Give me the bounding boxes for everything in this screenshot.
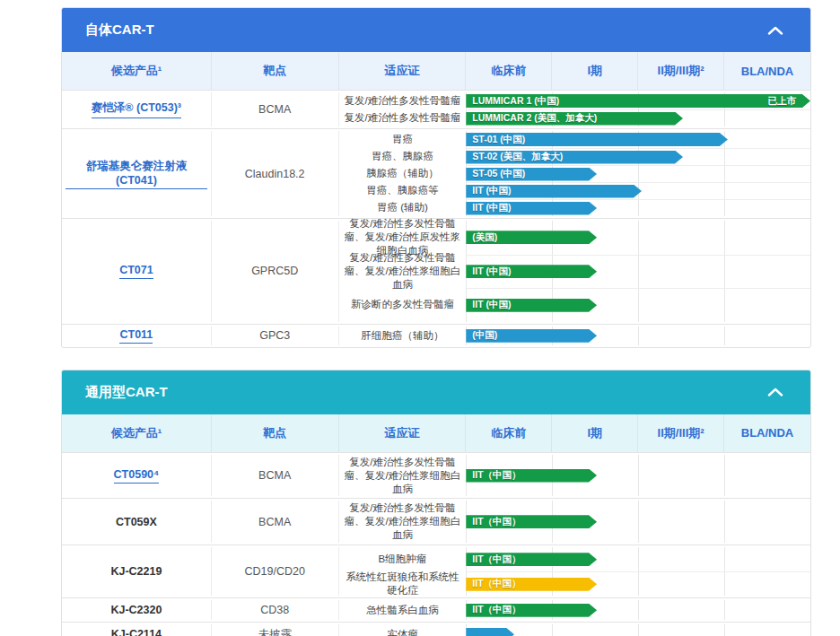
pipeline-page: 自体CAR-T 候选产品¹靶点适应证临床前I期II期/III期²BLA/NDA … bbox=[0, 0, 840, 636]
indication-cell: 复发/难治性多发性骨髓瘤 bbox=[339, 92, 467, 109]
product-name[interactable]: 赛恺泽® (CT053)³ bbox=[92, 100, 181, 118]
target-cell: Claudin18.2 bbox=[212, 131, 339, 216]
product-name[interactable]: CT011 bbox=[119, 328, 153, 344]
indication-entries: 复发/难治性多发性骨髓瘤、复发/难治性浆细胞白血病IIT（中国） bbox=[339, 455, 810, 497]
indication-entry: 复发/难治性多发性骨髓瘤、复发/难治性浆细胞白血病IIT（中国） bbox=[339, 501, 810, 543]
autologous-cart-header[interactable]: 自体CAR-T bbox=[62, 8, 810, 52]
universal-cart-table: 通用型CAR-T 候选产品¹靶点适应证临床前I期II期/III期²BLA/NDA… bbox=[61, 370, 811, 636]
product-cell: KJ-C2320 bbox=[62, 600, 212, 620]
trial-bar-label: ST-05 (中国) bbox=[472, 168, 525, 180]
trial-progress-bar: IIT（中国） bbox=[466, 578, 597, 591]
column-header-7: BLA/NDA bbox=[724, 52, 810, 90]
target-cell: GPRC5D bbox=[212, 221, 339, 322]
pipeline-cell: ST-02 (美国、加拿大) bbox=[466, 148, 810, 165]
target-cell: BCMA bbox=[212, 455, 339, 497]
trial-progress-bar: ST-05 (中国) bbox=[466, 168, 597, 181]
indication-entry: 复发/难治性多发性骨髓瘤、复发/难治性浆细胞白血病IIT (中国) bbox=[339, 255, 810, 289]
autologous-cart-table: 自体CAR-T 候选产品¹靶点适应证临床前I期II期/III期²BLA/NDA … bbox=[61, 7, 811, 348]
trial-bar-label: IIT (中国) bbox=[472, 299, 511, 311]
target-cell: CD19/CD20 bbox=[212, 547, 339, 596]
trial-progress-bar: IIT (中国) bbox=[466, 299, 597, 312]
table-title: 自体CAR-T bbox=[85, 22, 154, 39]
trial-progress-bar bbox=[466, 628, 514, 636]
pipeline-cell: IIT（中国） bbox=[466, 501, 810, 543]
indication-entry: 实体瘤 bbox=[339, 624, 810, 636]
trial-bar-label: ST-02 (美国、加拿大) bbox=[472, 151, 563, 163]
target-cell: CD38 bbox=[212, 600, 339, 620]
column-header-7: BLA/NDA bbox=[724, 414, 810, 452]
indication-entry: 胃癌ST-01 (中国) bbox=[339, 131, 810, 148]
indication-cell: 系统性红斑狼疮和系统性硬化症 bbox=[339, 571, 467, 596]
trial-progress-bar: ST-02 (美国、加拿大) bbox=[466, 151, 683, 164]
trial-progress-bar: LUMMICAR 1 (中国)已上市 bbox=[466, 94, 810, 108]
column-header-row: 候选产品¹靶点适应证临床前I期II期/III期²BLA/NDA bbox=[62, 52, 810, 90]
product-cell: CT0590⁴ bbox=[62, 455, 212, 497]
product-name[interactable]: CT071 bbox=[119, 264, 153, 279]
column-header-5: I期 bbox=[552, 414, 638, 452]
trial-progress-bar: IIT（中国） bbox=[466, 553, 597, 566]
trial-progress-bar: IIT（中国） bbox=[466, 469, 597, 483]
universal-cart-header[interactable]: 通用型CAR-T bbox=[62, 370, 810, 414]
pipeline-cell: IIT（中国） bbox=[466, 455, 810, 497]
indication-entry: 复发/难治性多发性骨髓瘤、复发/难治性原发性浆细胞白血病(美国) bbox=[339, 221, 810, 255]
trial-progress-bar: LUMMICAR 2 (美国、加拿大) bbox=[466, 112, 683, 126]
chevron-up-icon[interactable] bbox=[767, 26, 783, 35]
trial-progress-bar: IIT (中国) bbox=[466, 265, 597, 278]
column-header-1: 候选产品¹ bbox=[62, 52, 212, 90]
pipeline-cell: IIT（中国） bbox=[466, 571, 810, 596]
pipeline-cell: IIT (中国) bbox=[466, 255, 810, 289]
trial-bar-label: (美国) bbox=[472, 231, 497, 244]
trial-progress-bar: (美国) bbox=[466, 231, 597, 244]
column-header-6: II期/III期² bbox=[638, 52, 724, 90]
indication-cell: 复发/难治性多发性骨髓瘤、复发/难治性浆细胞白血病 bbox=[339, 501, 467, 543]
product-row: CT0590⁴BCMA复发/难治性多发性骨髓瘤、复发/难治性浆细胞白血病IIT（… bbox=[62, 452, 810, 499]
product-row: CT059XBCMA复发/难治性多发性骨髓瘤、复发/难治性浆细胞白血病IIT（中… bbox=[62, 498, 810, 545]
trial-bar-label: IIT（中国） bbox=[472, 516, 521, 528]
pipeline-cell bbox=[466, 624, 810, 636]
product-name: KJ-C2114 bbox=[111, 628, 162, 636]
product-cell: 舒瑞基奥仑赛注射液 (CT041) bbox=[62, 131, 212, 216]
product-name: CT059X bbox=[116, 516, 157, 528]
product-cell: CT011 bbox=[62, 327, 212, 345]
trial-bar-label: IIT (中国) bbox=[472, 266, 511, 278]
chevron-up-icon[interactable] bbox=[767, 388, 783, 396]
column-header-4: 临床前 bbox=[466, 52, 552, 90]
pipeline-cell: IIT (中国) bbox=[466, 182, 810, 199]
table-title: 通用型CAR-T bbox=[85, 384, 168, 401]
pipeline-cell: IIT (中国) bbox=[466, 288, 810, 322]
column-header-3: 适应证 bbox=[339, 52, 467, 90]
trial-bar-label: IIT（中国） bbox=[472, 553, 521, 566]
indication-entries: B细胞肿瘤IIT（中国）系统性红斑狼疮和系统性硬化症IIT（中国） bbox=[339, 547, 810, 596]
product-cell: CT071 bbox=[62, 221, 212, 322]
trial-progress-bar: (中国) bbox=[466, 329, 597, 343]
column-header-4: 临床前 bbox=[466, 414, 552, 452]
indication-entry: 复发/难治性多发性骨髓瘤LUMMICAR 1 (中国)已上市 bbox=[339, 92, 810, 109]
trial-bar-label: ST-01 (中国) bbox=[472, 134, 525, 146]
indication-cell: 复发/难治性多发性骨髓瘤、复发/难治性浆细胞白血病 bbox=[339, 255, 467, 289]
indication-cell: B细胞肿瘤 bbox=[339, 547, 467, 571]
indication-entries: 胃癌ST-01 (中国)胃癌、胰腺癌ST-02 (美国、加拿大)胰腺癌（辅助）S… bbox=[339, 131, 810, 216]
trial-progress-bar: IIT（中国） bbox=[466, 515, 597, 528]
trial-bar-label: LUMMICAR 2 (美国、加拿大) bbox=[472, 112, 597, 125]
product-cell: 赛恺泽® (CT053)³ bbox=[62, 92, 212, 126]
indication-entry: 胃癌、胰腺癌等IIT (中国) bbox=[339, 182, 810, 199]
pipeline-cell: IIT (中国) bbox=[466, 199, 810, 216]
product-name[interactable]: CT0590⁴ bbox=[114, 468, 160, 484]
target-cell: BCMA bbox=[212, 501, 339, 543]
product-row: KJ-C2320CD38急性髓系白血病IIT（中国） bbox=[62, 597, 810, 622]
product-name[interactable]: 舒瑞基奥仑赛注射液 (CT041) bbox=[66, 159, 207, 189]
pipeline-cell: (美国) bbox=[466, 221, 810, 255]
indication-entry: B细胞肿瘤IIT（中国） bbox=[339, 547, 810, 571]
product-row: KJ-C2219CD19/CD20B细胞肿瘤IIT（中国）系统性红斑狼疮和系统性… bbox=[62, 545, 810, 597]
marketed-tag: 已上市 bbox=[767, 95, 796, 108]
indication-entry: 复发/难治性多发性骨髓瘤、复发/难治性浆细胞白血病IIT（中国） bbox=[339, 455, 810, 497]
product-row: 赛恺泽® (CT053)³BCMA复发/难治性多发性骨髓瘤LUMMICAR 1 … bbox=[62, 90, 810, 128]
pipeline-cell: IIT（中国） bbox=[466, 600, 810, 620]
indication-entry: 系统性红斑狼疮和系统性硬化症IIT（中国） bbox=[339, 571, 810, 596]
target-cell: 未披露 bbox=[212, 624, 339, 636]
indication-entry: 胃癌、胰腺癌ST-02 (美国、加拿大) bbox=[339, 148, 810, 165]
product-row: KJ-C2114未披露实体瘤 bbox=[62, 622, 810, 636]
indication-cell: 复发/难治性多发性骨髓瘤 bbox=[339, 109, 467, 126]
column-header-2: 靶点 bbox=[212, 52, 339, 90]
indication-entries: 复发/难治性多发性骨髓瘤、复发/难治性原发性浆细胞白血病(美国)复发/难治性多发… bbox=[339, 221, 810, 322]
